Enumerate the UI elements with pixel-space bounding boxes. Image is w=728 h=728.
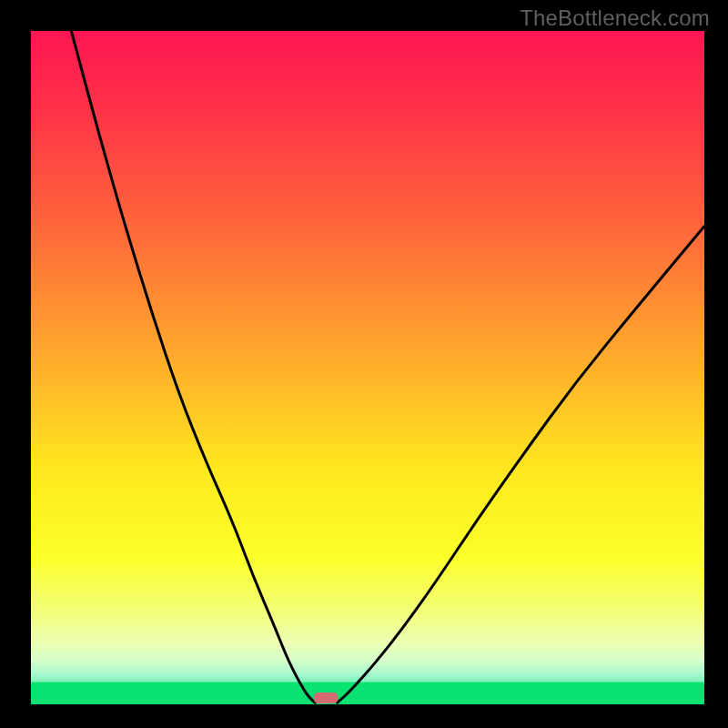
outer-frame: TheBottleneck.com [0,0,728,728]
minimum-marker [314,693,339,703]
green-band [31,682,704,700]
gradient-background [31,31,704,704]
watermark-text: TheBottleneck.com [520,5,710,31]
chart-svg [31,31,704,704]
plot-area [31,31,704,704]
